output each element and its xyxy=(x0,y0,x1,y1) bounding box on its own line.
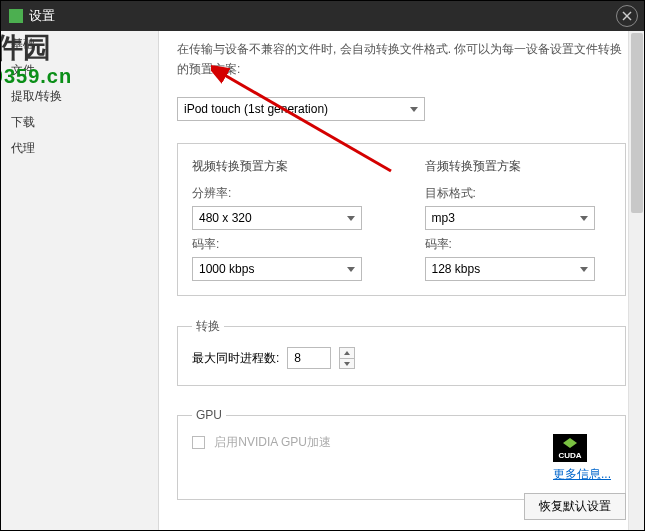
close-icon xyxy=(622,11,632,21)
audio-column: 音频转换预置方案 目标格式: mp3 码率: 128 kbps xyxy=(425,158,612,281)
video-column: 视频转换预置方案 分辨率: 480 x 320 码率: 1000 kbps xyxy=(192,158,379,281)
more-info-link[interactable]: 更多信息... xyxy=(553,466,611,483)
audio-bitrate-select[interactable]: 128 kbps xyxy=(425,257,595,281)
restore-defaults-button[interactable]: 恢复默认设置 xyxy=(524,493,626,520)
scrollbar-thumb[interactable] xyxy=(631,33,643,213)
spin-up-button[interactable] xyxy=(339,347,355,358)
titlebar: 设置 xyxy=(1,1,644,31)
gpu-group: GPU 启用NVIDIA GPU加速 CUDA 更多信息... xyxy=(177,408,626,500)
video-res-value: 480 x 320 xyxy=(199,211,252,225)
sidebar-item-proxy[interactable]: 代理 xyxy=(1,135,158,161)
content-panel: 在传输与设备不兼容的文件时, 会自动转换文件格式. 你可以为每一设备设置文件转换… xyxy=(159,31,644,530)
max-proc-label: 最大同时进程数: xyxy=(192,350,279,367)
chevron-up-icon xyxy=(344,351,350,355)
convert-group: 转换 最大同时进程数: 8 xyxy=(177,318,626,386)
app-icon xyxy=(9,9,23,23)
video-bitrate-select[interactable]: 1000 kbps xyxy=(192,257,362,281)
video-bitrate-value: 1000 kbps xyxy=(199,262,254,276)
audio-bitrate-label: 码率: xyxy=(425,236,612,253)
gpu-checkbox[interactable] xyxy=(192,436,205,449)
audio-fmt-select[interactable]: mp3 xyxy=(425,206,595,230)
spin-down-button[interactable] xyxy=(339,358,355,369)
conversion-preset-group: 视频转换预置方案 分辨率: 480 x 320 码率: 1000 kbps 音频… xyxy=(177,143,626,296)
chevron-down-icon xyxy=(580,267,588,272)
scrollbar[interactable] xyxy=(628,31,644,530)
sidebar: 基础 文件 提取/转换 下载 代理 xyxy=(1,31,159,530)
device-preset-select[interactable]: iPod touch (1st generation) xyxy=(177,97,425,121)
sidebar-item-file[interactable]: 文件 xyxy=(1,57,158,83)
svg-marker-2 xyxy=(344,351,350,355)
video-res-select[interactable]: 480 x 320 xyxy=(192,206,362,230)
chevron-down-icon xyxy=(347,216,355,221)
audio-fmt-value: mp3 xyxy=(432,211,455,225)
sidebar-item-extract[interactable]: 提取/转换 xyxy=(1,83,158,109)
chevron-down-icon xyxy=(347,267,355,272)
close-button[interactable] xyxy=(616,5,638,27)
max-proc-input[interactable]: 8 xyxy=(287,347,331,369)
chevron-down-icon xyxy=(580,216,588,221)
gpu-legend: GPU xyxy=(192,408,226,422)
audio-bitrate-value: 128 kbps xyxy=(432,262,481,276)
device-preset-value: iPod touch (1st generation) xyxy=(184,102,328,116)
svg-marker-3 xyxy=(344,362,350,366)
sidebar-item-download[interactable]: 下载 xyxy=(1,109,158,135)
chevron-down-icon xyxy=(410,107,418,112)
sidebar-item-basic[interactable]: 基础 xyxy=(1,31,158,57)
convert-legend: 转换 xyxy=(192,318,224,335)
video-res-label: 分辨率: xyxy=(192,185,379,202)
audio-fmt-label: 目标格式: xyxy=(425,185,612,202)
video-header: 视频转换预置方案 xyxy=(192,158,379,175)
video-bitrate-label: 码率: xyxy=(192,236,379,253)
cuda-logo: CUDA xyxy=(553,434,587,462)
description-text: 在传输与设备不兼容的文件时, 会自动转换文件格式. 你可以为每一设备设置文件转换… xyxy=(177,39,626,79)
max-proc-value: 8 xyxy=(294,351,301,365)
audio-header: 音频转换预置方案 xyxy=(425,158,612,175)
chevron-down-icon xyxy=(344,362,350,366)
window-title: 设置 xyxy=(29,7,55,25)
gpu-checkbox-label: 启用NVIDIA GPU加速 xyxy=(214,435,331,449)
